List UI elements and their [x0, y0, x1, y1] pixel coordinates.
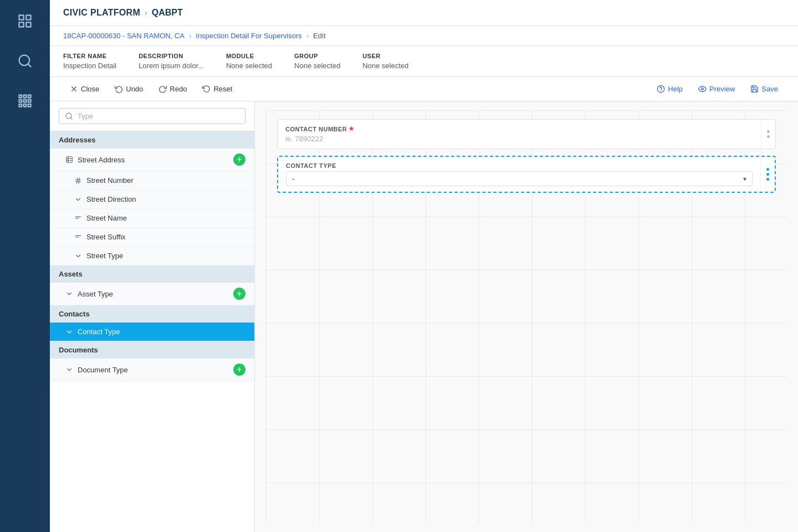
street-address-add[interactable]: + — [233, 154, 245, 166]
search-input-wrap[interactable] — [59, 108, 245, 124]
street-type-label: Street Type — [86, 252, 245, 260]
search-input[interactable] — [78, 112, 239, 120]
svg-rect-9 — [19, 100, 22, 103]
chevron-down-icon-2 — [74, 252, 82, 260]
undo-button[interactable]: Undo — [108, 81, 150, 96]
help-icon — [657, 85, 665, 93]
svg-line-29 — [79, 177, 79, 183]
contact-type-select[interactable]: - — [292, 175, 743, 183]
action-dot-blue-2 — [766, 173, 769, 176]
list-item-street-type[interactable]: Street Type — [50, 247, 254, 265]
contact-number-actions — [761, 120, 775, 149]
svg-rect-7 — [24, 95, 27, 98]
toolbar-right: Help Preview Save — [650, 81, 785, 96]
close-button[interactable]: Close — [63, 81, 106, 96]
chevron-down-icon-3 — [65, 290, 73, 298]
chevron-down-icon-4 — [65, 328, 73, 336]
body-area: Addresses Street Address + Street Number… — [50, 101, 798, 532]
breadcrumb-section[interactable]: Inspection Detail For Supervisors — [196, 32, 301, 40]
help-button[interactable]: Help — [650, 81, 689, 96]
street-direction-label: Street Direction — [86, 195, 245, 203]
svg-rect-11 — [28, 100, 31, 103]
street-name-label: Street Name — [86, 214, 245, 222]
breadcrumb-chevron-2: › — [306, 32, 309, 40]
chevron-down-icon-5 — [65, 366, 73, 374]
breadcrumb-action: Edit — [313, 32, 325, 40]
contact-type-select-wrap[interactable]: - ▾ — [286, 171, 753, 186]
svg-point-19 — [702, 88, 704, 90]
filter-name-item: FILTER NAME Inspection Detail — [63, 53, 116, 70]
list-item-street-direction[interactable]: Street Direction — [50, 190, 254, 209]
layout-icon[interactable] — [13, 9, 37, 33]
description-item: DESCRIPTION Lorem ipsum dolor... — [139, 53, 204, 70]
contact-number-card: CONTACT NUMBER ★ ie. 7890222 — [277, 119, 776, 149]
action-dot-blue-1 — [766, 168, 769, 171]
group-label: GROUP — [294, 53, 340, 59]
undo-icon — [115, 85, 123, 93]
required-indicator: ★ — [349, 125, 355, 132]
preview-button[interactable]: Preview — [692, 81, 741, 96]
search-icon[interactable] — [13, 49, 37, 73]
contact-number-placeholder: ie. 7890222 — [285, 135, 753, 143]
svg-rect-12 — [19, 104, 22, 107]
svg-rect-2 — [19, 22, 24, 27]
top-header: CIVIC PLATFORM › QABPT — [50, 0, 798, 26]
user-label: USER — [362, 53, 408, 59]
header-chevron: › — [145, 8, 147, 17]
breadcrumb-chevron-1: › — [189, 32, 191, 40]
group-value: None selected — [294, 62, 340, 70]
action-dot-1 — [767, 130, 770, 133]
text-icon — [74, 214, 82, 222]
list-item-contact-type[interactable]: Contact Type — [50, 323, 254, 341]
svg-rect-1 — [26, 16, 30, 20]
list-item-street-number[interactable]: Street Number — [50, 171, 254, 190]
svg-rect-0 — [19, 16, 24, 20]
document-type-add[interactable]: + — [233, 364, 245, 376]
user-item: USER None selected — [362, 53, 408, 70]
breadcrumb: 18CAP-00000630 - SAN RAMON, CA › Inspect… — [50, 26, 798, 46]
sidebar — [0, 0, 50, 532]
preview-icon — [698, 85, 707, 93]
contact-type-actions — [760, 157, 775, 192]
contact-number-label: CONTACT NUMBER ★ — [285, 125, 753, 132]
module-item: MODULE None selected — [226, 53, 272, 70]
street-address-label: Street Address — [78, 156, 229, 164]
action-dot-blue-3 — [766, 178, 769, 181]
toolbar: Close Undo Redo Reset Help Preview — [50, 77, 798, 101]
select-chevron: ▾ — [743, 175, 746, 183]
form-canvas: CONTACT NUMBER ★ ie. 7890222 — [266, 110, 787, 523]
list-item-street-name[interactable]: Street Name — [50, 209, 254, 228]
list-item-document-type[interactable]: Document Type + — [50, 359, 254, 381]
group-item: GROUP None selected — [294, 53, 340, 70]
svg-rect-8 — [28, 95, 31, 98]
platform-name: CIVIC PLATFORM — [63, 8, 140, 18]
redo-button[interactable]: Redo — [152, 81, 193, 96]
apps-icon[interactable] — [13, 89, 37, 113]
svg-line-21 — [70, 117, 72, 119]
street-number-label: Street Number — [86, 176, 245, 185]
workspace-name: QABPT — [152, 8, 183, 18]
contact-type-content: CONTACT TYPE - ▾ — [278, 157, 760, 192]
section-assets: Assets — [50, 265, 254, 283]
filter-name-label: FILTER NAME — [63, 53, 116, 59]
reset-icon — [202, 85, 211, 93]
list-item-street-suffix[interactable]: Street Suffix — [50, 228, 254, 247]
reset-button[interactable]: Reset — [196, 81, 239, 96]
contact-type-card[interactable]: CONTACT TYPE - ▾ — [277, 156, 776, 193]
main-content: CIVIC PLATFORM › QABPT 18CAP-00000630 - … — [50, 0, 798, 532]
description-label: DESCRIPTION — [139, 53, 204, 59]
asset-type-add[interactable]: + — [233, 288, 245, 300]
contact-type-label-form: CONTACT TYPE — [286, 162, 753, 169]
save-icon — [750, 85, 759, 93]
section-contacts: Contacts — [50, 305, 254, 323]
search-icon — [65, 112, 73, 120]
list-item-asset-type[interactable]: Asset Type + — [50, 283, 254, 305]
svg-rect-6 — [19, 95, 22, 98]
section-documents: Documents — [50, 341, 254, 359]
svg-line-28 — [77, 177, 78, 183]
description-value: Lorem ipsum dolor... — [139, 62, 204, 70]
list-item-street-address[interactable]: Street Address + — [50, 149, 254, 171]
save-button[interactable]: Save — [744, 81, 785, 96]
svg-rect-3 — [26, 22, 30, 27]
breadcrumb-record[interactable]: 18CAP-00000630 - SAN RAMON, CA — [63, 32, 185, 40]
